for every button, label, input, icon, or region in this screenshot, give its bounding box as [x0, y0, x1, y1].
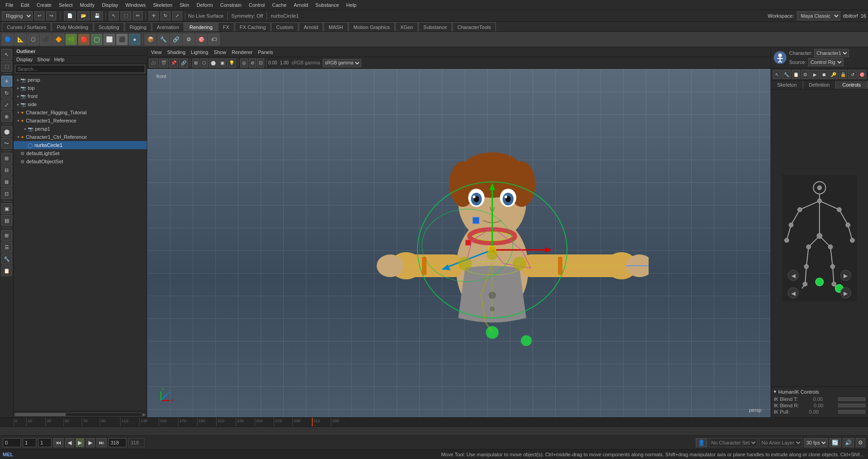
- fps-select[interactable]: 30 fps: [804, 438, 828, 447]
- vp-isolate-btn[interactable]: ◎: [240, 59, 248, 68]
- menu-cache[interactable]: Cache: [268, 2, 290, 8]
- shelf-icon-17[interactable]: 🏷: [208, 34, 220, 45]
- snap-grid-btn[interactable]: ⊟: [1, 165, 12, 176]
- show-outliner-btn[interactable]: 📋: [1, 265, 12, 276]
- shelf-icon-5[interactable]: 🔶: [53, 34, 64, 45]
- vp-textured-btn[interactable]: ▣: [218, 59, 226, 68]
- menu-skin[interactable]: Skin: [176, 2, 193, 8]
- rotate-tool-btn[interactable]: ↻: [1, 88, 12, 98]
- shelf-icon-11[interactable]: ●: [129, 34, 141, 45]
- tab-animation[interactable]: Animation: [152, 22, 184, 31]
- tab-curves-surfaces[interactable]: Curves / Surfaces: [2, 22, 51, 31]
- tab-arnold[interactable]: Arnold: [299, 22, 323, 31]
- outliner-menu-show[interactable]: Show: [37, 57, 50, 62]
- outliner-item-obj-set[interactable]: ▸ ⚙ defaultObjectSet: [14, 157, 147, 166]
- show-tool-btn[interactable]: 🔧: [1, 254, 12, 264]
- vp-snap-btn[interactable]: 🔗: [179, 59, 188, 68]
- menu-file[interactable]: File: [2, 2, 17, 8]
- menu-skeleton[interactable]: Skeleton: [149, 2, 176, 8]
- vp-light-btn[interactable]: 💡: [227, 59, 236, 68]
- tab-fx[interactable]: FX: [218, 22, 234, 31]
- tab-mash[interactable]: MASH: [324, 22, 348, 31]
- show-attr-btn[interactable]: ☰: [1, 242, 12, 253]
- tab-sculpting[interactable]: Sculpting: [94, 22, 124, 31]
- rotate-tool[interactable]: ↻: [160, 11, 170, 20]
- tab-poly-modeling[interactable]: Poly Modeling: [52, 22, 93, 31]
- move-tool[interactable]: ✛: [149, 11, 159, 20]
- scale-tool[interactable]: ⤢: [172, 11, 182, 20]
- menu-select[interactable]: Select: [55, 2, 77, 8]
- timeline-track[interactable]: [0, 427, 868, 435]
- timeline-ruler[interactable]: 0 10 30 50 70 90 110 130 150 170 190 210…: [0, 418, 868, 427]
- vp-menu-panels[interactable]: Panels: [258, 49, 273, 55]
- show-channels-btn[interactable]: ⊞: [1, 230, 12, 241]
- char-tool-10[interactable]: 🎯: [858, 70, 866, 79]
- menu-arnold[interactable]: Arnold: [290, 2, 312, 8]
- char-tool-1[interactable]: ↖: [773, 70, 781, 79]
- vp-cam-btn[interactable]: 🎥: [149, 59, 158, 68]
- shelf-icon-10[interactable]: ⬛: [116, 34, 128, 45]
- menu-control[interactable]: Control: [245, 2, 268, 8]
- outliner-item-char-rig[interactable]: ▾ ✦ Character_Rigging_Tutorial: [14, 108, 147, 117]
- vp-menu-renderer[interactable]: Renderer: [232, 49, 252, 55]
- universal-tool-btn[interactable]: ⊕: [1, 111, 12, 122]
- shelf-icon-7[interactable]: 🔴: [78, 34, 90, 45]
- tab-rendering[interactable]: Rendering: [184, 22, 218, 31]
- char-tab-controls[interactable]: Controls: [836, 81, 868, 89]
- outliner-scroll-right[interactable]: ▶: [143, 412, 146, 417]
- outliner-item-front[interactable]: ▸ 📷 front: [14, 92, 147, 100]
- char-tool-6[interactable]: ⏹: [820, 70, 829, 79]
- next-frame-btn[interactable]: ▶: [86, 438, 95, 447]
- sync-btn[interactable]: 🔄: [829, 438, 841, 447]
- humanik-collapse-icon[interactable]: ▾: [774, 389, 776, 395]
- ik-blend-t-slider[interactable]: [838, 397, 865, 401]
- menu-substance[interactable]: Substance: [312, 2, 343, 8]
- vp-wireframe-btn[interactable]: ⬡: [200, 59, 208, 68]
- outliner-search-input[interactable]: [15, 65, 145, 73]
- menu-help[interactable]: Help: [343, 2, 360, 8]
- menu-windows[interactable]: Windows: [122, 2, 150, 8]
- vp-xray-btn[interactable]: ⊘: [249, 59, 256, 68]
- shelf-icon-3[interactable]: ⬡: [27, 34, 39, 45]
- frame-one-input[interactable]: [23, 438, 36, 447]
- menu-create[interactable]: Create: [33, 2, 55, 8]
- menu-edit[interactable]: Edit: [17, 2, 33, 8]
- lasso-tool[interactable]: ⬚: [121, 11, 131, 20]
- outliner-item-persp1[interactable]: ▸ 📷 persp1: [14, 125, 147, 133]
- outliner-item-char1-ref[interactable]: ▾ ✦ Character1_Reference: [14, 117, 147, 125]
- tab-fx-caching[interactable]: FX Caching: [235, 22, 271, 31]
- outliner-item-top[interactable]: ▸ 📷 top: [14, 84, 147, 92]
- menu-display[interactable]: Display: [98, 2, 122, 8]
- char-tool-7[interactable]: 🔑: [829, 70, 838, 79]
- show-manip-btn[interactable]: ⊞: [1, 153, 12, 164]
- tab-substance[interactable]: Substance: [418, 22, 452, 31]
- shelf-icon-16[interactable]: 🎯: [195, 34, 207, 45]
- outliner-item-nurbs-circle[interactable]: ▸ ◯ nurbsCircle1: [14, 141, 147, 149]
- outliner-item-persp[interactable]: ▸ 📷 persp: [14, 76, 147, 84]
- vp-menu-show[interactable]: Show: [214, 49, 227, 55]
- render-btn[interactable]: ▣: [1, 203, 12, 214]
- char-tool-2[interactable]: 🔧: [782, 70, 791, 79]
- mel-indicator[interactable]: MEL: [3, 452, 13, 457]
- tab-motion-graphics[interactable]: Motion Graphics: [349, 22, 395, 31]
- audio-btn[interactable]: 🔊: [843, 438, 854, 447]
- outliner-item-char1-ctrl[interactable]: ▾ ✦ Character1_Ctrl_Reference: [14, 133, 147, 141]
- shelf-icon-1[interactable]: 🔵: [2, 34, 14, 45]
- char-set-select[interactable]: No Character Set: [709, 438, 757, 447]
- frame-start-input[interactable]: [3, 438, 21, 447]
- open-btn[interactable]: 📂: [78, 11, 89, 20]
- char-set-icon[interactable]: 👤: [696, 438, 707, 447]
- settings-btn[interactable]: ⚙: [856, 438, 865, 447]
- save-btn[interactable]: 💾: [91, 11, 103, 20]
- outliner-menu-help[interactable]: Help: [54, 57, 65, 62]
- workspace-select[interactable]: Maya Classic: [797, 11, 840, 20]
- shelf-icon-8[interactable]: ◯: [91, 34, 102, 45]
- vp-solid-btn[interactable]: ⬤: [209, 59, 218, 68]
- shelf-icon-2[interactable]: 📐: [15, 34, 26, 45]
- menu-modify[interactable]: Modify: [76, 2, 98, 8]
- new-btn[interactable]: 📄: [64, 11, 76, 20]
- char-tool-8[interactable]: 🔒: [839, 70, 848, 79]
- select-tool-btn[interactable]: ↖: [1, 49, 12, 60]
- prev-key-btn[interactable]: ⏮: [53, 438, 63, 447]
- prev-frame-btn[interactable]: ◀: [65, 438, 74, 447]
